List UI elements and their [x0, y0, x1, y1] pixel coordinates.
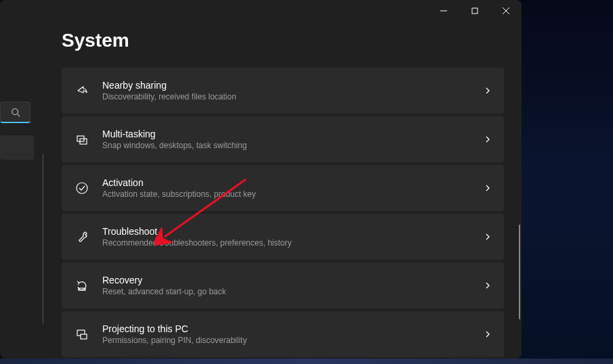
svg-rect-1 — [472, 8, 478, 14]
setting-title: Nearby sharing — [102, 80, 484, 91]
chevron-right-icon — [484, 330, 492, 338]
recovery-icon — [74, 277, 90, 294]
svg-line-5 — [17, 114, 20, 116]
page-title: System — [62, 30, 504, 51]
chevron-right-icon — [484, 184, 492, 192]
setting-title: Multi-tasking — [102, 129, 484, 139]
wrench-icon — [74, 229, 90, 245]
setting-recovery[interactable]: Recovery Reset, advanced start-up, go ba… — [62, 263, 504, 309]
check-circle-icon — [74, 180, 90, 196]
setting-text: Multi-tasking Snap windows, desktops, ta… — [102, 129, 484, 150]
setting-troubleshoot[interactable]: Troubleshoot Recommended troubleshooters… — [62, 214, 504, 260]
setting-text: Projecting to this PC Permissions, pairi… — [102, 323, 484, 345]
sidebar — [0, 22, 37, 359]
share-icon — [74, 83, 90, 99]
project-icon — [74, 326, 90, 342]
setting-text: Troubleshoot Recommended troubleshooters… — [102, 226, 484, 248]
chevron-right-icon — [484, 135, 492, 143]
svg-point-8 — [77, 183, 87, 194]
setting-title: Troubleshoot — [102, 226, 484, 237]
setting-desc: Discoverability, received files location — [102, 92, 484, 101]
setting-multi-tasking[interactable]: Multi-tasking Snap windows, desktops, ta… — [62, 116, 504, 162]
svg-point-4 — [12, 108, 18, 114]
window-body: System Nearby sharing Discoverability, r… — [0, 22, 522, 359]
minimize-button[interactable] — [428, 0, 459, 22]
setting-projecting[interactable]: Projecting to this PC Permissions, pairi… — [62, 311, 504, 357]
setting-desc: Snap windows, desktops, task switching — [102, 141, 484, 150]
settings-window: System Nearby sharing Discoverability, r… — [0, 0, 522, 359]
chevron-right-icon — [484, 87, 492, 95]
titlebar — [0, 0, 522, 22]
setting-text: Recovery Reset, advanced start-up, go ba… — [102, 275, 484, 296]
close-icon — [503, 7, 509, 14]
multitask-icon — [74, 131, 90, 147]
search-icon — [11, 108, 20, 117]
setting-title: Recovery — [102, 275, 484, 286]
setting-text: Nearby sharing Discoverability, received… — [102, 80, 484, 101]
svg-rect-11 — [81, 334, 87, 339]
setting-desc: Reset, advanced start-up, go back — [102, 287, 484, 296]
search-input[interactable] — [0, 101, 30, 123]
setting-title: Activation — [102, 177, 484, 188]
chevron-right-icon — [484, 233, 492, 241]
scrollbar[interactable] — [519, 225, 520, 319]
main-content: System Nearby sharing Discoverability, r… — [37, 22, 522, 359]
desktop-background — [518, 0, 613, 364]
setting-desc: Recommended troubleshooters, preferences… — [102, 238, 484, 248]
maximize-button[interactable] — [459, 0, 490, 22]
close-button[interactable] — [490, 0, 522, 22]
taskbar — [0, 359, 613, 364]
settings-list: Nearby sharing Discoverability, received… — [62, 68, 504, 357]
chevron-right-icon — [484, 281, 492, 290]
setting-activation[interactable]: Activation Activation state, subscriptio… — [62, 165, 504, 211]
setting-nearby-sharing[interactable]: Nearby sharing Discoverability, received… — [62, 68, 504, 114]
minimize-icon — [440, 7, 447, 14]
maximize-icon — [471, 7, 478, 14]
setting-desc: Permissions, pairing PIN, discoverabilit… — [102, 336, 484, 345]
setting-desc: Activation state, subscriptions, product… — [102, 189, 484, 199]
setting-text: Activation Activation state, subscriptio… — [102, 177, 484, 199]
sidebar-item-system[interactable] — [0, 135, 34, 160]
setting-title: Projecting to this PC — [102, 323, 484, 334]
